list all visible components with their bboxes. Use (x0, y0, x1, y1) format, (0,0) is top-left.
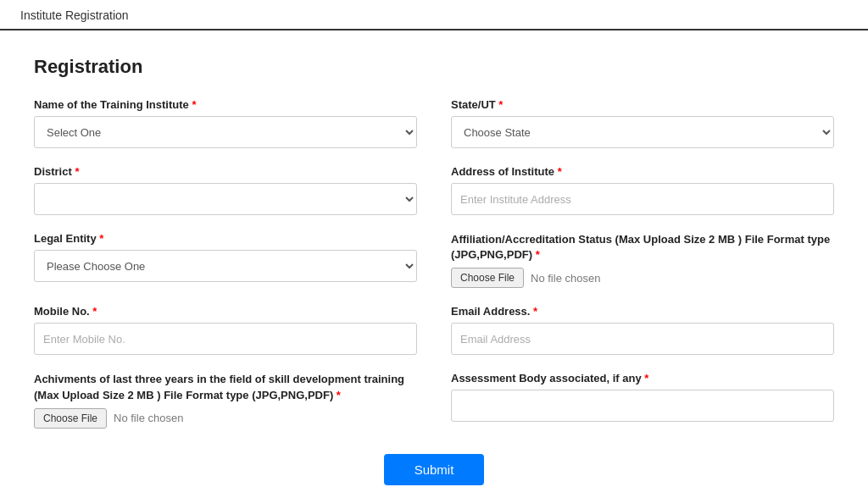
district-group: District * (34, 165, 417, 215)
required-star-5: * (99, 232, 103, 245)
submit-row: Submit (34, 454, 834, 485)
required-star-3: * (75, 165, 79, 178)
state-ut-label: State/UT * (451, 98, 834, 111)
required-star-2: * (498, 98, 503, 111)
training-institute-label: Name of the Training Institute * (34, 98, 417, 111)
required-star-4: * (558, 165, 562, 178)
required-star-10: * (644, 372, 648, 385)
email-input[interactable] (451, 323, 834, 355)
registration-form: Name of the Training Institute * Select … (34, 98, 834, 429)
mobile-label: Mobile No. * (34, 305, 417, 318)
main-content: Registration Name of the Training Instit… (0, 30, 868, 498)
assessment-body-label: Assessment Body associated, if any * (451, 372, 834, 385)
page-title: Registration (34, 56, 834, 78)
email-group: Email Address. * (451, 305, 834, 355)
achievements-group: Achivments of last three years in the fi… (34, 372, 417, 428)
achievements-label: Achivments of last three years in the fi… (34, 372, 417, 402)
affiliation-group: Affiliation/Accreditation Status (Max Up… (451, 232, 834, 288)
achievements-no-file-text: No file chosen (114, 412, 183, 424)
legal-entity-group: Legal Entity * Please Choose One (34, 232, 417, 288)
assessment-body-input[interactable] (451, 390, 834, 422)
training-institute-group: Name of the Training Institute * Select … (34, 98, 417, 148)
affiliation-no-file-text: No file chosen (531, 272, 600, 285)
required-star-9: * (337, 389, 341, 401)
affiliation-choose-file-button[interactable]: Choose File (451, 268, 524, 288)
mobile-input[interactable] (34, 323, 417, 355)
legal-entity-label: Legal Entity * (34, 232, 417, 245)
achievements-file-area: Choose File No file chosen (34, 408, 417, 429)
affiliation-file-area: Choose File No file chosen (451, 268, 834, 288)
achievements-choose-file-button[interactable]: Choose File (34, 408, 107, 429)
address-group: Address of Institute * (451, 165, 834, 215)
district-label: District * (34, 165, 417, 178)
state-ut-group: State/UT * Choose State (451, 98, 834, 148)
address-input[interactable] (451, 183, 834, 215)
required-star-7: * (92, 305, 97, 318)
state-ut-select[interactable]: Choose State (451, 116, 834, 148)
email-label: Email Address. * (451, 305, 834, 318)
legal-entity-select[interactable]: Please Choose One (34, 250, 417, 282)
affiliation-label: Affiliation/Accreditation Status (Max Up… (451, 232, 834, 263)
training-institute-select[interactable]: Select One (34, 116, 417, 148)
submit-button[interactable]: Submit (384, 454, 485, 485)
tab-bar: Institute Registration (0, 0, 868, 30)
required-star-6: * (536, 248, 540, 261)
required-star-1: * (192, 98, 196, 111)
address-label: Address of Institute * (451, 165, 834, 178)
assessment-body-group: Assessment Body associated, if any * (451, 372, 834, 428)
tab-institute-registration[interactable]: Institute Registration (17, 0, 132, 29)
district-select[interactable] (34, 183, 417, 215)
required-star-8: * (533, 305, 537, 318)
mobile-group: Mobile No. * (34, 305, 417, 355)
